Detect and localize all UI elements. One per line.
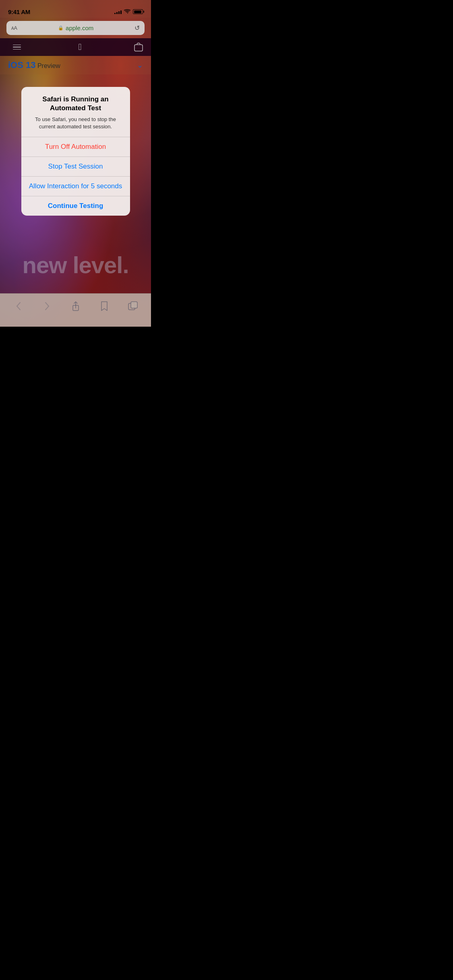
turn-off-automation-button[interactable]: Turn Off Automation xyxy=(21,137,130,157)
dialog-overlay: Safari is Running an Automated Test To u… xyxy=(0,0,151,327)
continue-testing-button[interactable]: Continue Testing xyxy=(21,196,130,216)
dialog-title: Safari is Running an Automated Test xyxy=(28,95,124,113)
stop-test-session-button[interactable]: Stop Test Session xyxy=(21,157,130,177)
dialog: Safari is Running an Automated Test To u… xyxy=(21,87,130,216)
dialog-message: To use Safari, you need to stop the curr… xyxy=(28,116,124,130)
dialog-header: Safari is Running an Automated Test To u… xyxy=(21,87,130,138)
allow-interaction-button[interactable]: Allow Interaction for 5 seconds xyxy=(21,177,130,196)
